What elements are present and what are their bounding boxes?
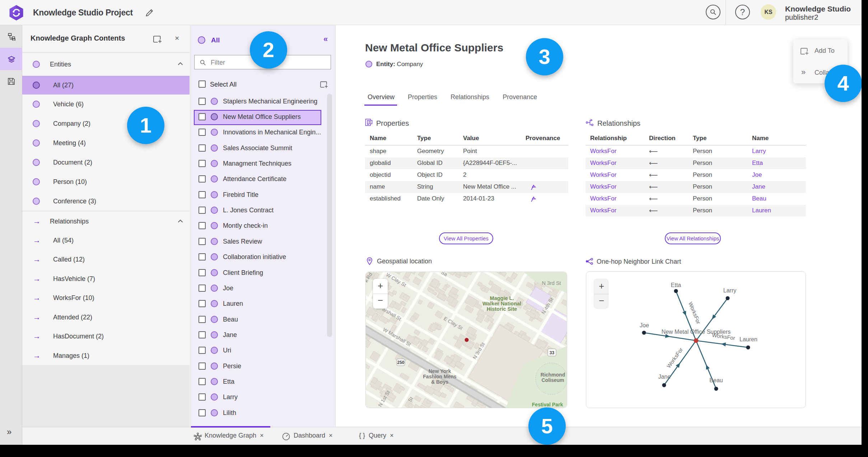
svg-text:WorksFor: WorksFor [687,301,702,325]
svg-text:WorksFor: WorksFor [712,332,736,341]
svg-text:33: 33 [550,350,555,355]
svg-text:Coliseum: Coliseum [541,377,564,383]
svg-text:New York: New York [429,368,451,374]
svg-text:Joe: Joe [640,322,649,328]
svg-text:N 3rd St: N 3rd St [542,280,561,286]
svg-text:Festival Park: Festival Park [532,402,563,407]
svg-text:Etta: Etta [671,282,681,288]
svg-text:Larry: Larry [723,287,736,294]
svg-text:Richmond: Richmond [541,372,565,378]
svg-text:& Boys: & Boys [431,379,448,385]
svg-text:Lauren: Lauren [739,336,757,342]
svg-text:WorksFor: WorksFor [666,347,684,369]
svg-text:Fashion Mens: Fashion Mens [423,374,457,379]
svg-text:Historic Site: Historic Site [487,306,517,312]
svg-text:Beau: Beau [709,377,723,383]
svg-text:Maggie L.: Maggie L. [490,295,514,301]
svg-text:Walker National: Walker National [482,301,521,306]
svg-text:250: 250 [397,360,404,365]
svg-text:Jane: Jane [658,374,671,380]
